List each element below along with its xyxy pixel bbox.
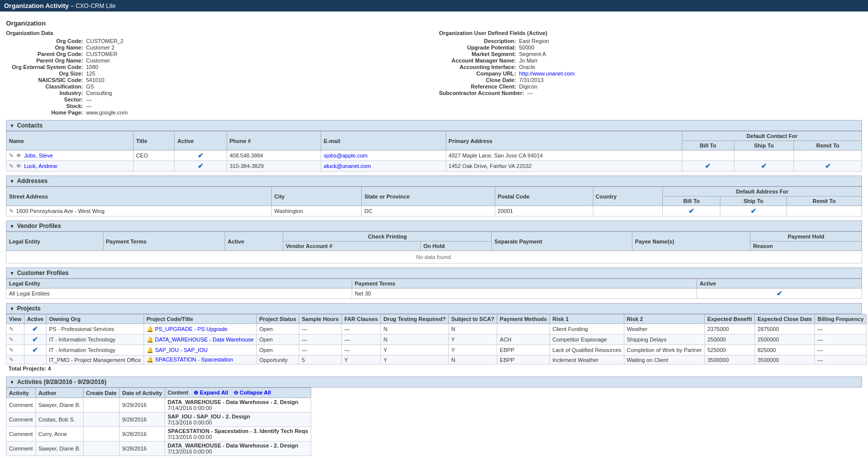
project-link[interactable]: SAP_IOU - SAP_IOU: [155, 347, 208, 353]
vp-th-active: Active: [225, 232, 283, 251]
expand-icon[interactable]: ⊕ Expand All: [194, 390, 228, 396]
activities-table: Activity Author Create Date Date of Acti…: [6, 388, 311, 456]
company-url-link[interactable]: http://www.unanet.com: [519, 70, 575, 76]
project-link[interactable]: PS_UPGRADE - PS Upgrade: [155, 326, 228, 332]
field-row: Description:East Region: [439, 38, 862, 44]
field-row: Org External System Code:1080: [6, 64, 429, 70]
vp-th-payee: Payee Name(s): [632, 232, 750, 251]
field-row: Company URL:http://www.unanet.com: [439, 70, 862, 76]
addr-th-remitto: Remit To: [786, 196, 861, 206]
activities-label: Activites (9/28/2016 - 9/29/2016): [17, 378, 107, 386]
act-th-content: Content ⊕ Expand All ⊖ Collapse All: [165, 388, 311, 398]
project-row: ✎ IT_PMO - Project Management Office 🔔 S…: [7, 356, 866, 364]
email-link[interactable]: aluck@unanet.com: [324, 163, 371, 169]
shipto-check: ✔: [750, 207, 756, 215]
page-title: Organization Activity: [4, 2, 69, 10]
contact-name-link[interactable]: Luck, Andrew: [24, 163, 57, 169]
vendor-profiles-section-header[interactable]: ▼ Vendor Profiles: [6, 220, 862, 232]
addresses-arrow-icon: ▼: [10, 178, 15, 184]
proj-th-sample: Sample Hours: [299, 314, 342, 324]
contacts-th-name: Name: [7, 132, 134, 150]
contacts-th-title: Title: [133, 132, 175, 150]
proj-th-sca: Subject to SCA?: [448, 314, 497, 324]
field-row: Industry:Consulting: [6, 90, 429, 96]
vendor-no-data-row: No data found.: [7, 251, 862, 264]
vendor-profiles-table: Legal Entity Payment Terms Active Check …: [6, 232, 862, 264]
field-row: Market Segment:Segment A: [439, 51, 862, 57]
active-check: ✔: [776, 290, 782, 298]
active-check: ✔: [32, 325, 38, 333]
edit-icon[interactable]: ✎: [9, 326, 14, 332]
collapse-icon[interactable]: ⊖ Collapse All: [234, 390, 271, 396]
activity-row: Comment Sawyer, Diane B. 9/28/2016 DATA_…: [7, 442, 311, 456]
proj-th-project: Project Code/Title: [144, 314, 257, 324]
view-icon[interactable]: 👁: [16, 152, 22, 158]
project-link[interactable]: SPACESTATION - Spacestation: [155, 356, 233, 362]
edit-icon[interactable]: ✎: [9, 356, 14, 362]
remitto-check: ✔: [825, 162, 831, 170]
edit-icon[interactable]: ✎: [9, 347, 14, 353]
vp-th-separate: Separate Payment: [492, 232, 632, 251]
activities-section-header[interactable]: ▼ Activites (9/28/2016 - 9/29/2016): [6, 376, 862, 388]
activities-total: Total Activities: 4: [6, 456, 862, 458]
field-row: Subcontractor Account Number:—: [439, 90, 862, 96]
project-row: ✎ ✔ IT - Information Technology 🔔 DATA_W…: [7, 334, 866, 345]
addresses-section: ▼ Addresses Street Address City State or…: [6, 176, 862, 216]
vp-th-reason: Reason: [750, 242, 862, 251]
edit-icon[interactable]: ✎: [9, 336, 14, 342]
project-row: ✎ ✔ PS - Professional Services 🔔 PS_UPGR…: [7, 324, 866, 334]
proj-th-status: Project Status: [257, 314, 299, 324]
view-icon[interactable]: 👁: [16, 163, 22, 169]
field-row: Org Code:CUSTOMER_2: [6, 38, 429, 44]
field-row: Home Page:www.google.com: [6, 110, 429, 116]
field-row: Parent Org Name:Customer: [6, 58, 429, 64]
projects-section-header[interactable]: ▼ Projects: [6, 303, 862, 314]
customer-profiles-section-header[interactable]: ▼ Customer Profiles: [6, 268, 862, 278]
page-subtitle: – CXO-CRM Lite: [71, 2, 116, 10]
activity-row: Comment Curry, Anne 9/28/2016 SPACESTATI…: [7, 427, 311, 442]
proj-th-benefit: Expected Benefit: [704, 314, 754, 324]
contacts-section: ▼ Contacts Name Title Active Phone # E-m…: [6, 120, 862, 172]
contacts-th-address: Primary Address: [446, 132, 682, 150]
field-row: Org Size:125: [6, 70, 429, 76]
contacts-th-remitto: Remit To: [794, 141, 862, 150]
contact-row: ✎ 👁 Luck, Andrew ✔ 310-384-3829 aluck@un…: [7, 161, 862, 172]
addr-th-postal: Postal Code: [495, 187, 593, 206]
vp-th-payment-hold: Payment Hold: [750, 232, 862, 242]
contacts-section-header[interactable]: ▼ Contacts: [6, 120, 862, 131]
contacts-th-default: Default Contact For: [682, 132, 861, 141]
project-link[interactable]: DATA_WAREHOUSE - Data Warehouse: [155, 336, 254, 342]
address-row: ✎ 1600 Pennsylvania Ave - West Wing Wash…: [7, 206, 862, 216]
addr-th-shipto: Ship To: [720, 196, 787, 206]
org-data-label: Organization Data: [6, 30, 429, 36]
field-row: Sector:—: [6, 96, 429, 102]
shipto-check: ✔: [761, 162, 767, 170]
cp-th-active: Active: [697, 279, 862, 288]
activity-row: Comment Sawyer, Diane B. 9/29/2016 DATA_…: [7, 398, 311, 412]
activity-row: Comment Costas, Bob S. 9/28/2016 SAP_IOU…: [7, 412, 311, 427]
field-row: Parent Org Code:CUSTOMER: [6, 51, 429, 57]
edit-icon[interactable]: ✎: [9, 163, 14, 169]
addresses-label: Addresses: [17, 178, 48, 184]
contact-name-link[interactable]: Jobs, Steve: [24, 152, 53, 158]
proj-th-risk1: Risk 1: [550, 314, 624, 324]
contacts-th-email: E-mail: [321, 132, 446, 150]
addr-th-billto: Bill To: [663, 196, 720, 206]
active-check: ✔: [32, 346, 38, 354]
email-link[interactable]: sjobs@apple.com: [324, 152, 368, 158]
edit-icon[interactable]: ✎: [9, 152, 14, 158]
projects-label: Projects: [17, 305, 41, 312]
act-th-create-date: Create Date: [84, 388, 120, 398]
vp-th-on-hold: On Hold: [421, 242, 492, 251]
field-row: Upgrade Potential:50000: [439, 44, 862, 50]
contact-row: ✎ 👁 Jobs, Steve CEO ✔ 408.548.3884 sjobs…: [7, 150, 862, 161]
billto-check: ✔: [688, 207, 694, 215]
customer-profiles-section: ▼ Customer Profiles Legal Entity Payment…: [6, 268, 862, 299]
addresses-section-header[interactable]: ▼ Addresses: [6, 176, 862, 186]
field-row: Reference Client:Digicon: [439, 84, 862, 90]
field-row: Classification:GS: [6, 84, 429, 90]
active-check: ✔: [198, 162, 204, 170]
cp-th-payment-terms: Payment Terms: [352, 279, 697, 288]
edit-icon[interactable]: ✎: [9, 208, 14, 214]
field-row: Account Manager Name:Jo Marr: [439, 58, 862, 64]
